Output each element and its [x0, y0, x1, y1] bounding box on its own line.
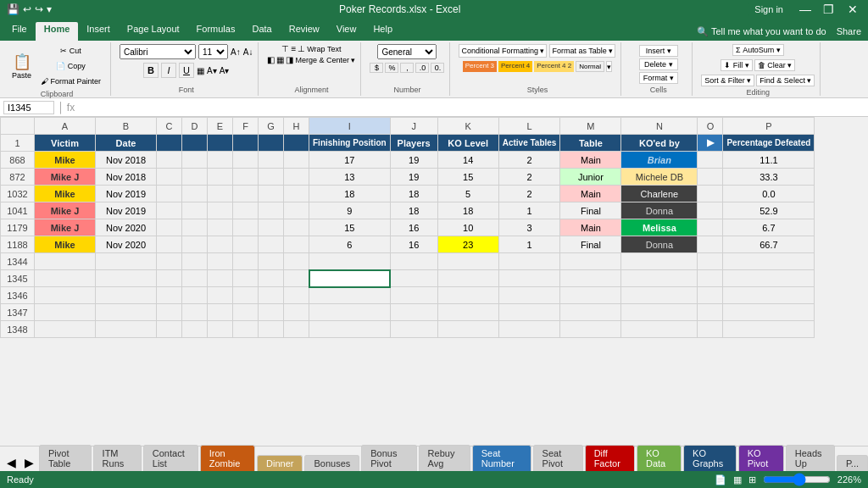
- empty-g[interactable]: [259, 219, 284, 236]
- sheet-tab-p[interactable]: P...: [837, 455, 868, 471]
- col-A[interactable]: A: [35, 118, 96, 135]
- cut-button[interactable]: ✂ Cut: [36, 44, 105, 58]
- underline-button[interactable]: U: [179, 63, 194, 78]
- empty-f[interactable]: [233, 152, 259, 169]
- row-num[interactable]: 868: [1, 152, 35, 169]
- empty-e[interactable]: [208, 236, 233, 253]
- col-M[interactable]: M: [560, 118, 621, 135]
- empty-cell[interactable]: [723, 321, 815, 338]
- empty-cell[interactable]: [698, 287, 723, 304]
- empty-cell[interactable]: [621, 304, 698, 321]
- empty-cell[interactable]: [437, 304, 498, 321]
- row-num[interactable]: 1032: [1, 186, 35, 202]
- empty-cell[interactable]: [96, 270, 157, 287]
- empty-f[interactable]: [233, 169, 259, 186]
- players-cell[interactable]: 19: [390, 169, 437, 186]
- empty-cell[interactable]: [498, 304, 560, 321]
- sheet-tab-contact-list[interactable]: Contact List: [143, 445, 198, 471]
- fill-color-icon[interactable]: A▾: [207, 66, 217, 75]
- players-cell[interactable]: 18: [390, 186, 437, 202]
- victim-cell[interactable]: Mike J: [35, 202, 96, 219]
- empty-d[interactable]: [182, 169, 208, 186]
- customize-icon[interactable]: ▾: [47, 3, 52, 15]
- find-select-button[interactable]: Find & Select ▾: [756, 75, 815, 86]
- row-num[interactable]: 1041: [1, 202, 35, 219]
- empty-d[interactable]: [182, 186, 208, 202]
- col-L[interactable]: L: [498, 118, 560, 135]
- empty-cell[interactable]: [498, 270, 560, 287]
- empty-cell[interactable]: [259, 253, 284, 270]
- tab-page-layout[interactable]: Page Layout: [119, 22, 188, 41]
- table-cell[interactable]: Main: [560, 186, 621, 202]
- merge-center-button[interactable]: Merge & Center ▾: [295, 55, 355, 64]
- sheet-tab-itm-runs[interactable]: ITM Runs: [93, 445, 142, 471]
- empty-cell[interactable]: [390, 304, 437, 321]
- empty-o[interactable]: [698, 219, 723, 236]
- victim-cell[interactable]: Mike: [35, 152, 96, 169]
- sheet-nav-left[interactable]: ◀: [3, 454, 19, 471]
- sheet-tab-seat-pivot[interactable]: Seat Pivot: [533, 445, 583, 471]
- finish-pos-cell[interactable]: 9: [309, 202, 391, 219]
- empty-cell[interactable]: [498, 321, 560, 338]
- empty-cell[interactable]: [182, 304, 208, 321]
- row-num[interactable]: 1188: [1, 236, 35, 253]
- empty-cell[interactable]: [157, 287, 182, 304]
- koed-by-cell[interactable]: Melissa: [621, 219, 698, 236]
- date-cell[interactable]: Nov 2020: [96, 219, 157, 236]
- wrap-text-button[interactable]: Wrap Text: [307, 44, 341, 53]
- empty-cell[interactable]: [284, 304, 309, 321]
- sheet-tab-ko-pivot[interactable]: KO Pivot: [738, 445, 784, 471]
- col-P[interactable]: P: [723, 118, 815, 135]
- empty-cell[interactable]: [621, 253, 698, 270]
- restore-button[interactable]: ❐: [821, 3, 837, 16]
- currency-button[interactable]: $: [370, 63, 383, 73]
- empty-d[interactable]: [182, 202, 208, 219]
- empty-c[interactable]: [157, 219, 182, 236]
- koed-by-cell[interactable]: Brian: [621, 152, 698, 169]
- spreadsheet[interactable]: A B C D E F G H I J K L M N O P: [0, 117, 868, 446]
- empty-d[interactable]: [182, 152, 208, 169]
- quick-access-toolbar[interactable]: 💾 ↩ ↪ ▾: [7, 3, 52, 15]
- copy-button[interactable]: 📄 Copy: [36, 59, 105, 73]
- empty-cell[interactable]: [698, 321, 723, 338]
- empty-d[interactable]: [182, 219, 208, 236]
- sheet-tab-bonuses[interactable]: Bonuses: [304, 455, 359, 471]
- empty-cell[interactable]: [309, 253, 391, 270]
- finish-pos-cell[interactable]: 17: [309, 152, 391, 169]
- sign-in-button[interactable]: Sign in: [748, 3, 790, 16]
- koed-by-cell[interactable]: Donna: [621, 202, 698, 219]
- empty-cell[interactable]: [723, 270, 815, 287]
- ko-level-cell[interactable]: 10: [437, 219, 498, 236]
- ko-level-cell[interactable]: 18: [437, 202, 498, 219]
- col-F[interactable]: F: [233, 118, 259, 135]
- empty-cell[interactable]: [621, 270, 698, 287]
- empty-cell[interactable]: [284, 253, 309, 270]
- empty-cell[interactable]: [284, 287, 309, 304]
- empty-cell[interactable]: [259, 270, 284, 287]
- empty-g[interactable]: [259, 152, 284, 169]
- table-cell[interactable]: Final: [560, 202, 621, 219]
- font-size-selector[interactable]: 11: [198, 44, 228, 59]
- row-num[interactable]: 872: [1, 169, 35, 186]
- empty-cell[interactable]: [498, 287, 560, 304]
- increase-decimal-button[interactable]: .0: [415, 63, 429, 73]
- bold-button[interactable]: B: [143, 63, 159, 78]
- empty-cell[interactable]: [437, 253, 498, 270]
- pct-defeated-cell[interactable]: 11.1: [723, 152, 815, 169]
- empty-cell[interactable]: [157, 253, 182, 270]
- empty-cell[interactable]: [498, 253, 560, 270]
- align-right-button[interactable]: ◨: [286, 55, 293, 64]
- table-cell[interactable]: Junior: [560, 169, 621, 186]
- empty-cell[interactable]: [621, 287, 698, 304]
- minimize-button[interactable]: —: [797, 3, 814, 16]
- empty-cell[interactable]: [437, 270, 498, 287]
- empty-g[interactable]: [259, 202, 284, 219]
- font-color-icon[interactable]: A▾: [220, 66, 230, 75]
- sheet-tab-rebuy-avg[interactable]: Rebuy Avg: [419, 445, 470, 471]
- active-tables-cell[interactable]: 2: [498, 186, 560, 202]
- align-middle-button[interactable]: ≡: [291, 44, 296, 53]
- active-tables-cell[interactable]: 2: [498, 169, 560, 186]
- paste-button[interactable]: 📋Paste: [8, 51, 35, 81]
- victim-cell[interactable]: Mike: [35, 186, 96, 202]
- border-icon[interactable]: ▦: [197, 66, 204, 75]
